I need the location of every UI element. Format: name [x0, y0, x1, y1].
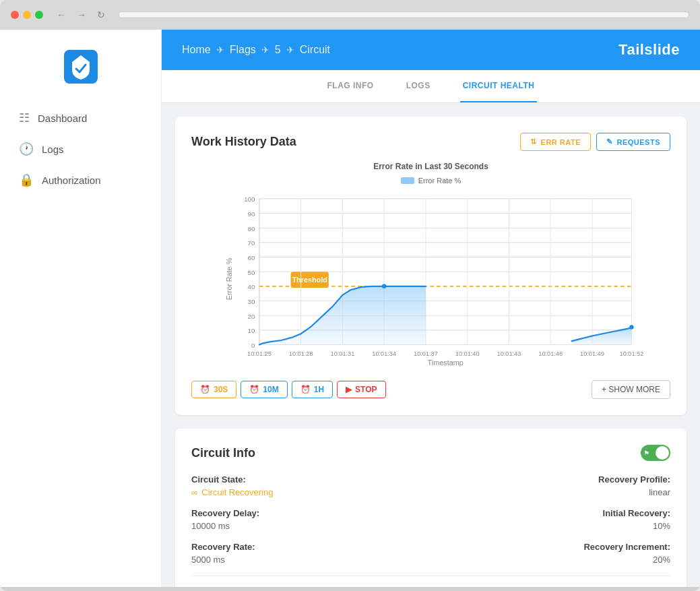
svg-text:80: 80	[248, 225, 255, 232]
circuit-state-text: Circuit Recovering	[201, 487, 273, 497]
recovery-increment-label: Recovery Increment:	[445, 542, 671, 552]
svg-point-47	[382, 284, 387, 289]
time-1h-button[interactable]: ⏰ 1H	[292, 381, 333, 398]
recovery-increment-section: Recovery Increment: 20%	[445, 542, 671, 565]
recovery-profile-label: Recovery Profile:	[445, 474, 671, 485]
breadcrumb-flags[interactable]: Flags	[230, 44, 256, 56]
health-bar-section: Circuit Health: 30%	[191, 576, 670, 587]
reload-button[interactable]: ↻	[94, 8, 108, 22]
svg-text:10:01:52: 10:01:52	[620, 350, 644, 357]
circuit-state-section: Circuit State: ∞ Circuit Recovering	[191, 474, 418, 497]
svg-text:0: 0	[251, 342, 255, 349]
svg-text:100: 100	[244, 195, 255, 203]
show-more-label: + SHOW MORE	[602, 385, 660, 394]
recovery-rate-value: 5000 ms	[191, 555, 418, 565]
initial-recovery-label: Initial Recovery:	[445, 508, 671, 518]
dashboard-icon: ☷	[19, 111, 30, 125]
recovery-rate-section: Recovery Rate: 5000 ms	[191, 542, 418, 565]
address-bar[interactable]	[119, 11, 689, 18]
time-10m-button[interactable]: ⏰ 10M	[241, 381, 287, 398]
time-30s-button[interactable]: ⏰ 30S	[191, 381, 236, 398]
breadcrumb-arrow-3: ✈	[286, 44, 294, 55]
svg-text:30: 30	[248, 298, 255, 305]
top-header: Home ✈ Flags ✈ 5 ✈ Circuit Tailslide	[162, 30, 700, 70]
work-history-title: Work History Data	[191, 135, 296, 149]
fullscreen-button[interactable]	[35, 11, 43, 19]
svg-text:10:01:31: 10:01:31	[331, 350, 355, 357]
circuit-state-icon: ∞	[191, 487, 197, 497]
svg-text:10:01:49: 10:01:49	[580, 350, 604, 357]
svg-text:50: 50	[248, 269, 255, 276]
header-buttons: ⇅ ERR RATE ✎ REQUESTS	[520, 133, 670, 151]
breadcrumb-number[interactable]: 5	[275, 44, 281, 56]
recovery-delay-section: Recovery Delay: 10000 ms	[191, 508, 418, 531]
err-rate-icon: ⇅	[530, 137, 537, 146]
stop-label: STOP	[355, 385, 377, 394]
requests-label: REQUESTS	[616, 138, 660, 146]
recovery-profile-value: linear	[445, 487, 671, 497]
svg-text:60: 60	[248, 254, 255, 261]
sidebar-label-authorization: Authorization	[42, 175, 101, 186]
svg-text:10:01:28: 10:01:28	[289, 350, 313, 357]
chart-svg: Error Rate % 100 90 80 70	[191, 191, 670, 367]
svg-text:10:01:25: 10:01:25	[247, 350, 272, 357]
svg-text:10:01:43: 10:01:43	[497, 350, 521, 357]
chart-container: Error Rate in Last 30 Seconds Error Rate…	[191, 162, 670, 369]
tab-flag-info[interactable]: FLAG INFO	[325, 70, 377, 102]
show-more-button[interactable]: + SHOW MORE	[592, 380, 670, 399]
sidebar: ☷ Dashboard 🕐 Logs 🔒 Authorization	[0, 30, 162, 587]
card-header: Work History Data ⇅ ERR RATE ✎ REQUESTS	[191, 133, 670, 151]
stop-icon: ▶	[346, 385, 352, 394]
circuit-toggle[interactable]: ⚑	[641, 445, 670, 461]
circuit-info-card: Circuit Info ⚑ Circuit State:	[175, 429, 687, 587]
back-button[interactable]: ←	[54, 8, 69, 22]
flag-icon: ⚑	[643, 449, 649, 457]
stop-button[interactable]: ▶ STOP	[337, 381, 385, 398]
recovery-delay-value: 10000 ms	[191, 521, 418, 531]
close-button[interactable]	[11, 11, 19, 19]
svg-text:10:01:34: 10:01:34	[372, 350, 396, 357]
svg-text:10:01:40: 10:01:40	[455, 350, 480, 357]
circuit-state-label: Circuit State:	[191, 474, 418, 485]
requests-button[interactable]: ✎ REQUESTS	[596, 133, 670, 151]
recovery-profile-section: Recovery Profile: linear	[445, 474, 671, 497]
svg-text:Timestamp: Timestamp	[428, 359, 464, 367]
initial-recovery-value: 10%	[445, 521, 671, 531]
lock-icon: 🔒	[19, 173, 34, 187]
err-rate-label: ERR RATE	[541, 138, 581, 146]
svg-text:70: 70	[248, 239, 255, 247]
tab-circuit-health[interactable]: CIRCUIT HEALTH	[460, 70, 538, 102]
breadcrumb-arrow-1: ✈	[216, 44, 224, 55]
recovery-rate-label: Recovery Rate:	[191, 542, 418, 552]
toggle-circle	[656, 446, 669, 460]
logo	[0, 43, 161, 104]
info-grid: Circuit State: ∞ Circuit Recovering Reco…	[191, 474, 670, 565]
sidebar-label-dashboard: Dashboard	[38, 113, 87, 124]
time-buttons: ⏰ 30S ⏰ 10M ⏰ 1H	[191, 381, 386, 398]
svg-point-48	[629, 325, 634, 330]
svg-text:10: 10	[248, 327, 255, 334]
clock-icon-1h: ⏰	[300, 385, 311, 394]
requests-icon: ✎	[606, 137, 613, 146]
err-rate-button[interactable]: ⇅ ERR RATE	[520, 133, 591, 151]
browser-titlebar: ← → ↻	[0, 0, 700, 30]
tab-logs[interactable]: LOGS	[404, 70, 433, 102]
browser-nav: ← → ↻	[54, 8, 108, 22]
chart-svg-wrapper: Error Rate % 100 90 80 70	[191, 191, 670, 369]
breadcrumb-home[interactable]: Home	[182, 44, 211, 56]
minimize-button[interactable]	[23, 11, 31, 19]
sidebar-item-authorization[interactable]: 🔒 Authorization	[8, 166, 153, 194]
recovery-delay-label: Recovery Delay:	[191, 508, 418, 518]
breadcrumb-arrow-2: ✈	[261, 44, 269, 55]
clock-icon-30s: ⏰	[200, 385, 210, 394]
traffic-lights	[11, 11, 43, 19]
sidebar-item-logs[interactable]: 🕐 Logs	[8, 135, 153, 163]
legend-label: Error Rate %	[418, 177, 462, 185]
svg-text:90: 90	[248, 210, 255, 218]
forward-button[interactable]: →	[74, 8, 89, 22]
svg-text:40: 40	[248, 283, 255, 290]
sidebar-item-dashboard[interactable]: ☷ Dashboard	[8, 104, 153, 132]
chart-title: Error Rate in Last 30 Seconds	[191, 162, 670, 171]
recovery-increment-value: 20%	[445, 555, 671, 565]
breadcrumb-circuit[interactable]: Circuit	[300, 44, 330, 56]
